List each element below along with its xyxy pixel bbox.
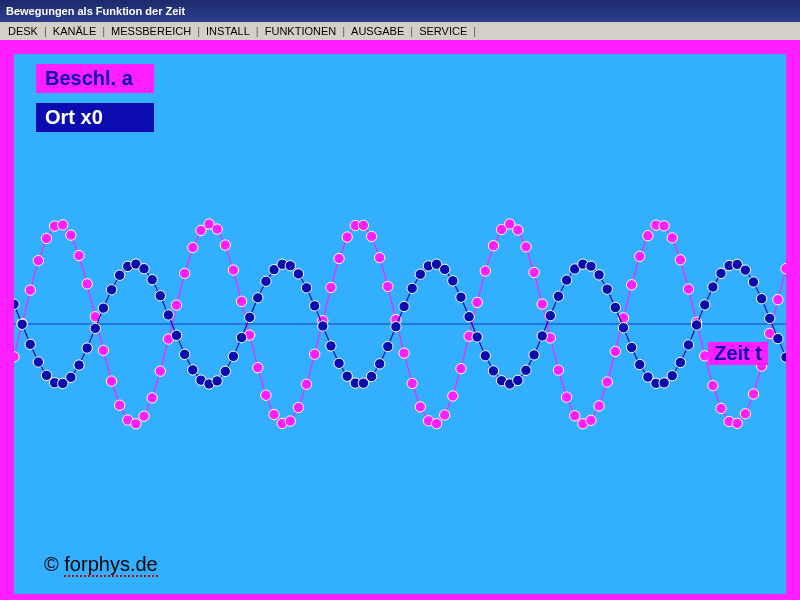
svg-point-64	[513, 225, 523, 235]
svg-point-192	[773, 333, 783, 343]
menu-funktionen[interactable]: FUNKTIONEN	[261, 25, 341, 37]
svg-point-50	[399, 348, 409, 358]
svg-point-134	[301, 283, 311, 293]
menu-kanaele[interactable]: KANÄLE	[49, 25, 100, 37]
svg-point-118	[171, 330, 181, 340]
menu-install[interactable]: INSTALL	[202, 25, 254, 37]
menu-service[interactable]: SERVICE	[415, 25, 471, 37]
svg-point-74	[594, 401, 604, 411]
legend: Beschl. a Ort x0	[36, 64, 154, 142]
svg-point-117	[163, 310, 173, 320]
svg-point-38	[301, 379, 311, 389]
svg-point-55	[439, 410, 449, 420]
svg-point-110	[106, 285, 116, 295]
svg-point-2	[14, 352, 19, 362]
svg-point-6	[41, 233, 51, 243]
svg-point-190	[756, 294, 766, 304]
svg-point-93	[748, 389, 758, 399]
svg-point-143	[374, 359, 384, 369]
svg-point-51	[407, 378, 417, 388]
svg-point-115	[147, 274, 157, 284]
svg-point-171	[602, 284, 612, 294]
svg-point-82	[659, 221, 669, 231]
svg-point-71	[570, 411, 580, 421]
svg-point-84	[675, 255, 685, 265]
svg-point-70	[561, 392, 571, 402]
menu-desk[interactable]: DESK	[4, 25, 42, 37]
svg-point-100	[25, 339, 35, 349]
svg-point-146	[399, 301, 409, 311]
svg-point-76	[610, 346, 620, 356]
menu-sep: |	[254, 25, 261, 37]
svg-point-105	[66, 372, 76, 382]
menu-sep: |	[42, 25, 49, 37]
svg-point-22	[171, 300, 181, 310]
svg-point-169	[586, 261, 596, 271]
svg-point-120	[188, 365, 198, 375]
svg-point-125	[228, 351, 238, 361]
legend-position: Ort x0	[36, 103, 154, 132]
svg-point-92	[740, 409, 750, 419]
svg-point-33	[261, 390, 271, 400]
svg-point-101	[33, 357, 43, 367]
svg-point-91	[732, 418, 742, 428]
menu-ausgabe[interactable]: AUSGABE	[347, 25, 408, 37]
svg-point-172	[610, 302, 620, 312]
credit-site: forphys.de	[64, 553, 157, 577]
svg-point-126	[236, 332, 246, 342]
svg-point-48	[383, 281, 393, 291]
svg-point-102	[41, 370, 51, 380]
menu-sep: |	[100, 25, 107, 37]
svg-point-170	[594, 270, 604, 280]
svg-point-147	[407, 283, 417, 293]
svg-point-78	[626, 280, 636, 290]
menu-sep: |	[408, 25, 415, 37]
svg-point-148	[415, 269, 425, 279]
svg-point-32	[253, 362, 263, 372]
svg-point-175	[635, 359, 645, 369]
svg-point-182	[691, 320, 701, 330]
svg-point-61	[488, 241, 498, 251]
svg-point-114	[139, 264, 149, 274]
svg-point-151	[439, 264, 449, 274]
credit-text: © forphys.de	[44, 553, 158, 576]
svg-point-5	[33, 255, 43, 265]
svg-point-60	[480, 266, 490, 276]
svg-point-155	[472, 332, 482, 342]
svg-point-145	[391, 321, 401, 331]
svg-point-41	[326, 282, 336, 292]
svg-point-157	[488, 366, 498, 376]
menubar: DESK| KANÄLE| MESSBEREICH| INSTALL| FUNK…	[0, 22, 800, 41]
svg-point-135	[309, 301, 319, 311]
svg-point-164	[545, 310, 555, 320]
svg-point-189	[748, 277, 758, 287]
svg-point-65	[521, 242, 531, 252]
svg-point-166	[561, 275, 571, 285]
svg-point-96	[773, 294, 783, 304]
svg-point-54	[431, 418, 441, 428]
svg-point-39	[309, 349, 319, 359]
svg-point-23	[179, 268, 189, 278]
svg-point-73	[586, 415, 596, 425]
svg-point-45	[358, 220, 368, 230]
x-axis-label: Zeit t	[708, 342, 768, 365]
svg-point-124	[220, 366, 230, 376]
svg-point-67	[537, 299, 547, 309]
svg-point-173	[618, 323, 628, 333]
svg-point-28	[220, 240, 230, 250]
svg-point-163	[537, 331, 547, 341]
svg-point-153	[456, 292, 466, 302]
svg-point-9	[66, 230, 76, 240]
svg-point-162	[529, 350, 539, 360]
svg-point-75	[602, 377, 612, 387]
svg-point-98	[14, 299, 19, 309]
app-frame: Beschl. a Ort x0 Zeit t © forphys.de	[0, 40, 800, 600]
svg-point-8	[58, 220, 68, 230]
svg-point-160	[513, 375, 523, 385]
menu-messbereich[interactable]: MESSBEREICH	[107, 25, 195, 37]
svg-point-179	[667, 370, 677, 380]
svg-point-142	[366, 371, 376, 381]
svg-point-185	[716, 268, 726, 278]
svg-point-174	[626, 342, 636, 352]
svg-point-47	[374, 252, 384, 262]
